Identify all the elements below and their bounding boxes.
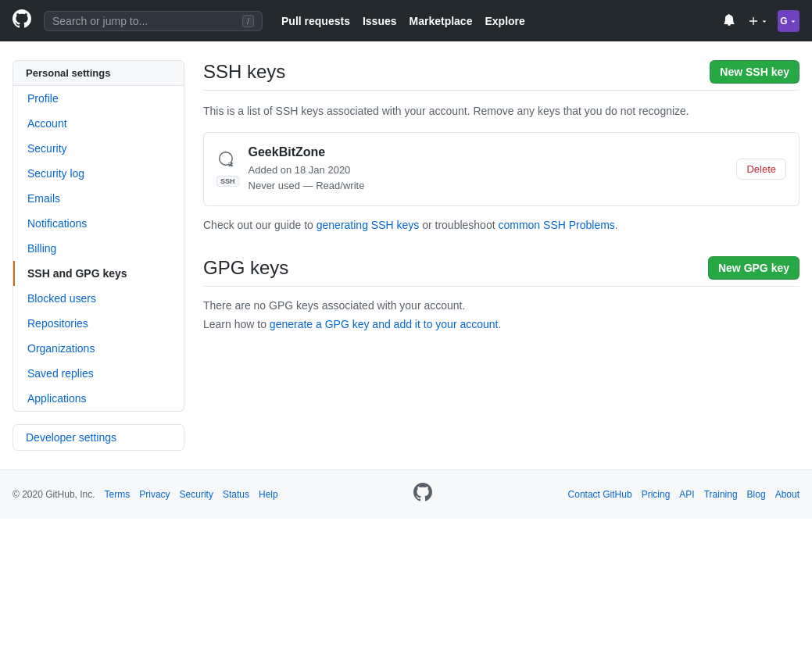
footer-terms-link[interactable]: Terms — [105, 489, 131, 500]
footer-training-link[interactable]: Training — [704, 489, 738, 500]
new-gpg-key-button[interactable]: New GPG key — [708, 256, 799, 280]
sidebar-item-billing[interactable]: Billing — [13, 236, 184, 261]
avatar[interactable]: G — [778, 10, 799, 32]
gpg-title-text: GPG keys — [203, 257, 288, 279]
sidebar-item-blocked-users[interactable]: Blocked users — [13, 286, 184, 311]
key-icon — [219, 152, 236, 173]
delete-key-button[interactable]: Delete — [736, 159, 786, 180]
main-content: SSH keys New SSH key This is a list of S… — [203, 60, 799, 451]
ssh-badge: SSH — [216, 176, 239, 187]
gpg-section-title: GPG keys New GPG key — [203, 256, 799, 287]
gpg-section: GPG keys New GPG key There are no GPG ke… — [203, 256, 799, 330]
nav-issues[interactable]: Issues — [363, 15, 397, 27]
sidebar-item-repositories[interactable]: Repositories — [13, 311, 184, 336]
ssh-section-title: SSH keys New SSH key — [203, 60, 799, 91]
footer-contact-link[interactable]: Contact GitHub — [568, 489, 632, 500]
ssh-guide-text: Check out our guide to generating SSH ke… — [203, 219, 799, 231]
github-footer-logo-icon — [413, 483, 432, 506]
developer-settings-section: Developer settings — [13, 424, 184, 451]
developer-settings-link[interactable]: Developer settings — [13, 425, 184, 450]
ssh-key-item: SSH GeekBitZone Added on 18 Jan 2020 Nev… — [203, 132, 799, 206]
nav-pull-requests[interactable]: Pull requests — [281, 15, 350, 27]
key-status: Never used — Read/write — [249, 178, 728, 194]
github-logo-icon[interactable] — [13, 9, 31, 33]
search-shortcut-key: / — [242, 15, 254, 27]
sidebar-item-emails[interactable]: Emails — [13, 186, 184, 211]
sidebar: Personal settings Profile Account Securi… — [13, 60, 184, 451]
generating-ssh-keys-link[interactable]: generating SSH keys — [317, 219, 420, 231]
sidebar-item-security-log[interactable]: Security log — [13, 161, 184, 186]
sidebar-item-notifications[interactable]: Notifications — [13, 211, 184, 236]
footer: © 2020 GitHub, Inc. Terms Privacy Securi… — [0, 469, 812, 519]
footer-copyright: © 2020 GitHub, Inc. — [13, 489, 95, 500]
footer-about-link[interactable]: About — [775, 489, 799, 500]
footer-center — [413, 483, 432, 506]
key-added-date: Added on 18 Jan 2020 — [249, 162, 728, 178]
common-ssh-problems-link[interactable]: common SSH Problems — [498, 219, 614, 231]
sidebar-item-organizations[interactable]: Organizations — [13, 336, 184, 361]
ssh-section: SSH keys New SSH key This is a list of S… — [203, 60, 799, 231]
key-name: GeekBitZone — [249, 145, 728, 159]
generate-gpg-key-link[interactable]: generate a GPG key and add it to your ac… — [270, 318, 499, 330]
sidebar-item-security[interactable]: Security — [13, 136, 184, 161]
navbar-actions: G — [720, 10, 799, 32]
sidebar-item-ssh-gpg[interactable]: SSH and GPG keys — [13, 261, 184, 286]
footer-blog-link[interactable]: Blog — [747, 489, 766, 500]
bell-icon[interactable] — [720, 10, 739, 32]
page-wrapper: Personal settings Profile Account Securi… — [0, 41, 812, 646]
footer-status-link[interactable]: Status — [223, 489, 249, 500]
footer-help-link[interactable]: Help — [259, 489, 278, 500]
key-info: GeekBitZone Added on 18 Jan 2020 Never u… — [249, 145, 728, 193]
sidebar-nav: Profile Account Security Security log Em… — [13, 86, 184, 412]
navbar-links: Pull requests Issues Marketplace Explore — [281, 15, 525, 27]
key-icon-wrapper: SSH — [216, 152, 239, 187]
search-bar[interactable]: / — [44, 11, 263, 31]
gpg-learn-text: Learn how to generate a GPG key and add … — [203, 318, 799, 330]
footer-right: Contact GitHub Pricing API Training Blog… — [568, 489, 799, 500]
gpg-no-keys-text: There are no GPG keys associated with yo… — [203, 299, 799, 312]
navbar: / Pull requests Issues Marketplace Explo… — [0, 0, 812, 41]
sidebar-item-saved-replies[interactable]: Saved replies — [13, 361, 184, 386]
content-area: Personal settings Profile Account Securi… — [0, 41, 812, 469]
ssh-title-text: SSH keys — [203, 61, 285, 83]
nav-explore[interactable]: Explore — [485, 15, 524, 27]
sidebar-item-account[interactable]: Account — [13, 111, 184, 136]
footer-security-link[interactable]: Security — [180, 489, 213, 500]
sidebar-item-profile[interactable]: Profile — [13, 86, 184, 111]
sidebar-section-header: Personal settings — [13, 60, 184, 86]
sidebar-item-applications[interactable]: Applications — [13, 386, 184, 411]
footer-api-link[interactable]: API — [679, 489, 694, 500]
footer-left: © 2020 GitHub, Inc. Terms Privacy Securi… — [13, 489, 278, 500]
footer-pricing-link[interactable]: Pricing — [642, 489, 671, 500]
search-input[interactable] — [52, 15, 242, 27]
footer-privacy-link[interactable]: Privacy — [139, 489, 170, 500]
ssh-description: This is a list of SSH keys associated wi… — [203, 103, 799, 120]
plus-icon[interactable] — [745, 12, 771, 30]
nav-marketplace[interactable]: Marketplace — [410, 15, 473, 27]
new-ssh-key-button[interactable]: New SSH key — [710, 60, 799, 84]
